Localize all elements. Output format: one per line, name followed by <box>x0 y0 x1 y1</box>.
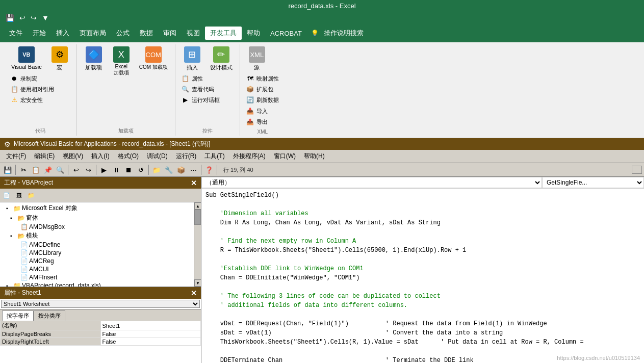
menu-data[interactable]: 数据 <box>135 27 158 40</box>
vba-menu-debug[interactable]: 调试(D) <box>143 151 172 162</box>
tree-item-amclibrary[interactable]: 📄 AMCLibrary <box>1 249 193 257</box>
add-in-button[interactable]: 🔷 加载项 <box>81 45 107 72</box>
expand-pack-button[interactable]: 📦 扩展包 <box>244 84 281 94</box>
prop-name-value[interactable]: Sheet1 <box>100 321 201 330</box>
import-button[interactable]: 📥 导入 <box>244 106 270 116</box>
proj-view-code-btn[interactable]: 📄 <box>1 190 12 201</box>
tree-item-amdmsgbox[interactable]: 📋 AMDMsgBox <box>1 223 193 231</box>
tree-item-amcui[interactable]: 📄 AMCUI <box>1 265 193 273</box>
tree-item-amcdefine[interactable]: 📄 AMCDefine <box>1 241 193 249</box>
menu-view[interactable]: 视图 <box>182 27 205 40</box>
refresh-data-button[interactable]: 🔄 刷新数据 <box>244 95 281 105</box>
vba-copy-btn[interactable]: 📋 <box>30 164 41 175</box>
vba-menu-help[interactable]: 帮助(H) <box>300 151 329 162</box>
visual-basic-button[interactable]: VB Visual Basic <box>8 45 45 71</box>
vba-find-btn[interactable]: 🔍 <box>55 164 66 175</box>
project-scrollbar[interactable]: ▲ ▼ <box>194 202 201 287</box>
code-editor[interactable]: Sub GetSingleField() 'Dimension all vari… <box>201 189 644 363</box>
scroll-thumb[interactable] <box>194 210 201 225</box>
menu-search[interactable]: 操作说明搜索 <box>319 27 369 40</box>
vba-menu-addins[interactable]: 外接程序(A) <box>229 151 270 162</box>
code-object-dropdown[interactable]: （通用） <box>201 177 542 188</box>
project-panel-close[interactable]: ✕ <box>191 179 197 187</box>
menu-help[interactable]: 帮助 <box>242 27 265 40</box>
props-select[interactable]: Sheet1 Worksheet <box>1 300 200 308</box>
vba-menu-view[interactable]: 视图(V) <box>59 151 87 162</box>
vba-menu-tools[interactable]: 工具(T) <box>200 151 228 162</box>
menu-home[interactable]: 开始 <box>28 27 51 40</box>
menu-review[interactable]: 审阅 <box>158 27 182 40</box>
tree-item-amfinsert[interactable]: 📄 AMFInsert <box>1 273 193 281</box>
excel-addin-button[interactable]: X Excel加载项 <box>109 45 134 77</box>
map-props-button[interactable]: 🗺 映射属性 <box>244 73 281 84</box>
relative-ref-button[interactable]: 📋 使用相对引用 <box>8 84 56 94</box>
vba-menu-edit[interactable]: 编辑(E) <box>30 151 59 162</box>
source-label: 源 <box>254 64 260 71</box>
menu-insert[interactable]: 插入 <box>51 27 74 40</box>
proj-view-obj-btn[interactable]: 🖼 <box>13 190 24 201</box>
tree-item-vbaproject[interactable]: ▪ 📁 VBAProject (record_data.xls) <box>1 281 193 287</box>
tree-item-amcreg[interactable]: 📄 AMCReg <box>1 257 193 265</box>
prop-pagebreaks-value[interactable]: False <box>100 330 201 338</box>
scroll-down-btn[interactable]: ▼ <box>194 279 201 287</box>
vba-menu-format[interactable]: 格式(O) <box>114 151 143 162</box>
vba-menu-run[interactable]: 运行(R) <box>172 151 201 162</box>
tree-item-forms[interactable]: ▪ 📂 窗体 <box>1 213 193 223</box>
prop-righttoleft-value[interactable]: False <box>100 338 201 346</box>
vba-reset-btn[interactable]: ↺ <box>135 164 146 175</box>
expand-icon-forms[interactable]: ▪ <box>10 215 16 221</box>
view-code-button[interactable]: 🔍 查看代码 <box>179 84 222 94</box>
vba-obj-btn[interactable]: 📦 <box>175 164 187 175</box>
vba-cut-btn[interactable]: ✂ <box>18 164 29 175</box>
doc-icon-amfinsert: 📄 <box>20 274 28 281</box>
vba-menu-file[interactable]: 文件(F) <box>2 151 30 162</box>
scroll-up-btn[interactable]: ▲ <box>194 202 201 210</box>
menu-developer[interactable]: 开发工具 <box>205 27 242 40</box>
vba-props-btn[interactable]: 🔧 <box>163 164 174 175</box>
tree-item-modules[interactable]: ▪ 📂 模块 <box>1 231 193 241</box>
insert-control-button[interactable]: ⊞ 插入 <box>179 45 205 72</box>
run-dialog-button[interactable]: ▶ 运行对话框 <box>179 95 222 105</box>
expand-icon-vba[interactable]: ▪ <box>6 283 12 287</box>
source-button[interactable]: XML 源 <box>244 45 270 72</box>
tree-item-excel-objects[interactable]: ▪ 📁 Microsoft Excel 对象 <box>1 203 193 213</box>
menu-formula[interactable]: 公式 <box>111 27 135 40</box>
redo-icon[interactable]: ↪ <box>29 13 38 23</box>
expand-icon-modules[interactable]: ▪ <box>10 233 16 239</box>
vba-pause-btn[interactable]: ⏸ <box>111 164 122 175</box>
properties-button[interactable]: 📋 属性 <box>179 73 222 84</box>
menu-pagelayout[interactable]: 页面布局 <box>74 27 111 40</box>
save-icon[interactable]: 💾 <box>4 13 16 23</box>
vba-paste-btn[interactable]: 📌 <box>42 164 54 175</box>
vba-more-btn[interactable]: ⋯ <box>188 164 199 175</box>
vba-help-btn[interactable]: ❓ <box>203 164 215 175</box>
com-addin-button[interactable]: COM COM 加载项 <box>136 45 171 72</box>
proj-folder-btn[interactable]: 📁 <box>25 190 37 201</box>
menu-file[interactable]: 文件 <box>4 27 28 40</box>
macro-security-button[interactable]: ⚠ 宏安全性 <box>8 95 56 105</box>
project-tree: ▪ 📁 Microsoft Excel 对象 ▪ 📂 <box>0 202 194 287</box>
vba-stop-btn[interactable]: ⏹ <box>123 164 134 175</box>
props-panel-close[interactable]: ✕ <box>191 289 197 297</box>
dropdown-icon[interactable]: ▼ <box>40 13 50 23</box>
scroll-indicator[interactable] <box>632 166 642 174</box>
menu-acrobat[interactable]: ACROBAT <box>265 28 307 39</box>
macro-button[interactable]: ⚙ 宏 <box>47 45 72 72</box>
vba-run-btn[interactable]: ▶ <box>98 164 110 175</box>
vba-undo-btn[interactable]: ↩ <box>70 164 82 175</box>
com-addin-icon: COM <box>145 46 162 63</box>
record-macro-button[interactable]: ⏺ 录制宏 <box>8 73 56 84</box>
vba-proj-btn[interactable]: 📁 <box>151 164 162 175</box>
vba-menu-insert[interactable]: 插入(I) <box>87 151 113 162</box>
props-tab-alpha[interactable]: 按字母序 <box>2 310 34 321</box>
design-mode-button[interactable]: ✏ 设计模式 <box>207 45 236 72</box>
code-proc-dropdown[interactable]: GetSingleFie... <box>542 177 644 188</box>
export-button[interactable]: 📤 导出 <box>244 117 270 127</box>
vba-save-btn[interactable]: 💾 <box>2 164 13 175</box>
vba-menu-window[interactable]: 窗口(W) <box>270 151 300 162</box>
vba-redo-btn[interactable]: ↪ <box>83 164 94 175</box>
props-tab-category[interactable]: 按分类序 <box>34 310 65 321</box>
expand-icon-1[interactable]: ▪ <box>6 205 12 211</box>
props-dropdown[interactable]: Sheet1 Worksheet <box>0 299 201 309</box>
undo-icon[interactable]: ↩ <box>18 13 27 23</box>
